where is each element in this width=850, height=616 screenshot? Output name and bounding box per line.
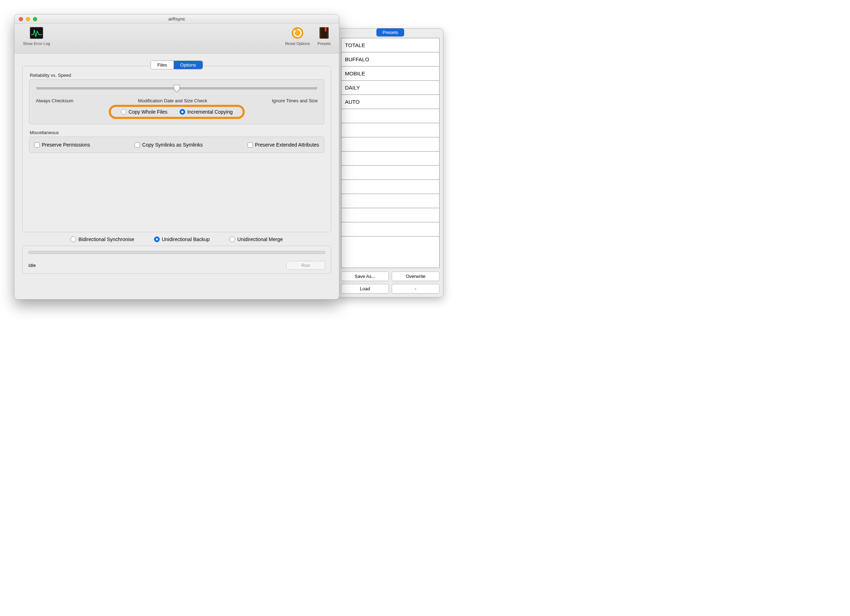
presets-button[interactable]: Presets: [313, 26, 335, 46]
radio-label: Incremental Copying: [187, 109, 233, 115]
radio-bidirectional-sync[interactable]: Bidirectional Synchronise: [70, 236, 134, 242]
preset-row[interactable]: [341, 208, 439, 222]
toolbar-label: Presets: [317, 42, 331, 46]
overwrite-button[interactable]: Overwrite: [392, 272, 440, 281]
checkbox-label: Copy Symlinks as Symlinks: [142, 142, 203, 148]
progress-bar: [28, 251, 325, 254]
zoom-icon[interactable]: [33, 17, 37, 21]
preset-row[interactable]: [341, 180, 439, 194]
tab-files[interactable]: Files: [151, 61, 174, 69]
copy-mode-highlight: Copy Whole Files Incremental Copying: [109, 105, 245, 119]
radio-label: Copy Whole Files: [129, 109, 168, 115]
radio-label: Bidirectional Synchronise: [78, 236, 134, 242]
preset-row[interactable]: [341, 109, 439, 123]
svg-rect-5: [325, 27, 326, 31]
radio-unidirectional-merge[interactable]: Unidirectional Merge: [229, 236, 283, 242]
radio-label: Unidirectional Merge: [237, 236, 283, 242]
preset-row[interactable]: AUTO: [341, 95, 439, 109]
presets-window: Presets TOTALE BUFFALO MOBILE DAILY AUTO…: [337, 28, 443, 298]
radio-label: Unidirectional Backup: [162, 236, 210, 242]
preset-row[interactable]: BUFFALO: [341, 52, 439, 67]
preset-row[interactable]: TOTALE: [341, 38, 439, 52]
checkbox-label: Preserve Permissions: [42, 142, 90, 148]
titlebar: arRsync: [15, 15, 339, 24]
reset-options-button[interactable]: Reset Options: [281, 26, 313, 46]
preset-row[interactable]: [341, 194, 439, 208]
load-button[interactable]: Load: [341, 284, 389, 293]
slider-label-center: Modification Date and Size Check: [138, 98, 207, 103]
preset-row[interactable]: [341, 236, 439, 251]
preset-row[interactable]: [341, 151, 439, 166]
misc-group: Preserve Permissions Copy Symlinks as Sy…: [29, 137, 325, 153]
presets-list[interactable]: TOTALE BUFFALO MOBILE DAILY AUTO: [341, 38, 440, 268]
preset-row[interactable]: [341, 222, 439, 236]
status-text: Idle: [28, 263, 36, 268]
reliability-slider[interactable]: [36, 87, 317, 90]
toolbar-label: Show Error Log: [23, 42, 50, 46]
oscilloscope-icon: [29, 26, 43, 40]
slider-label-right: Ignore Times and Size: [272, 98, 318, 103]
sync-mode-group: Bidirectional Synchronise Unidirectional…: [22, 236, 331, 242]
delete-button[interactable]: -: [392, 284, 440, 293]
run-button[interactable]: Run: [286, 261, 325, 270]
show-error-log-button[interactable]: Show Error Log: [19, 26, 54, 46]
preset-row[interactable]: MOBILE: [341, 67, 439, 81]
close-icon[interactable]: [19, 17, 23, 21]
misc-legend: Miscellaneous: [30, 130, 325, 135]
tabs-segmented: Files Options: [151, 61, 203, 69]
checkbox-label: Preserve Extended Attributes: [255, 142, 319, 148]
preset-row[interactable]: [341, 166, 439, 180]
window-title: arRsync: [168, 16, 185, 22]
radio-incremental-copying[interactable]: Incremental Copying: [180, 109, 233, 115]
toolbar: Show Error Log Reset Options Presets: [15, 24, 339, 54]
options-panel: Reliability vs. Speed Always Checksum Mo…: [22, 66, 331, 232]
book-icon: [317, 26, 331, 40]
main-window: arRsync Show Error Log Reset Options: [14, 14, 339, 299]
reliability-group: Always Checksum Modification Date and Si…: [29, 79, 325, 124]
preset-row[interactable]: [341, 138, 439, 151]
reset-icon: [290, 26, 305, 40]
radio-unidirectional-backup[interactable]: Unidirectional Backup: [154, 236, 210, 242]
footer-panel: Idle Run: [22, 246, 331, 274]
slider-thumb-icon[interactable]: [174, 85, 180, 92]
minimize-icon[interactable]: [26, 17, 30, 21]
tab-options[interactable]: Options: [174, 61, 203, 69]
presets-title-tab: Presets: [377, 28, 404, 36]
checkbox-copy-symlinks[interactable]: Copy Symlinks as Symlinks: [135, 142, 203, 148]
checkbox-preserve-extended-attributes[interactable]: Preserve Extended Attributes: [248, 142, 319, 148]
checkbox-preserve-permissions[interactable]: Preserve Permissions: [34, 142, 90, 148]
preset-row[interactable]: DAILY: [341, 81, 439, 95]
slider-label-left: Always Checksum: [36, 98, 73, 103]
reliability-legend: Reliability vs. Speed: [30, 73, 325, 78]
toolbar-label: Reset Options: [285, 42, 310, 46]
save-as-button[interactable]: Save As...: [341, 272, 389, 281]
radio-copy-whole-files[interactable]: Copy Whole Files: [121, 109, 168, 115]
preset-row[interactable]: [341, 123, 439, 138]
